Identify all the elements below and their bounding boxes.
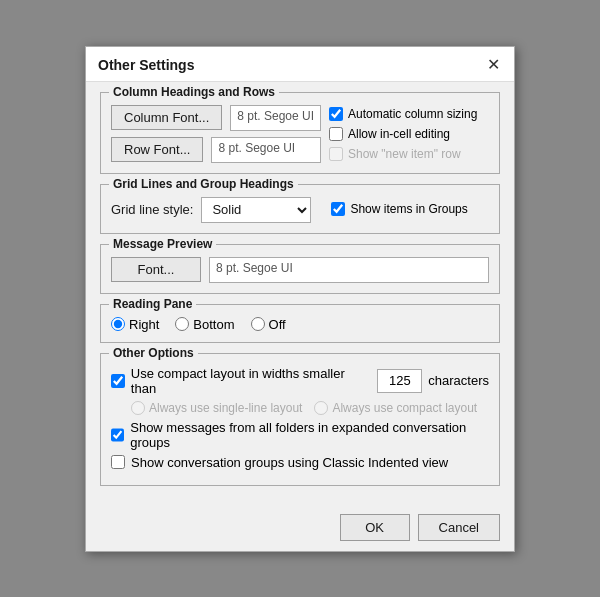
dialog-footer: OK Cancel: [86, 508, 514, 551]
column-headings-label: Column Headings and Rows: [109, 85, 279, 99]
reading-pane-off: Off: [251, 317, 286, 332]
sub-layout-row: Always use single-line layout Always use…: [131, 401, 489, 415]
show-conversation-row: Show conversation groups using Classic I…: [111, 455, 489, 470]
font-buttons-col: Column Font... 8 pt. Segoe UI Row Font..…: [111, 105, 321, 163]
show-messages-row: Show messages from all folders in expand…: [111, 420, 489, 450]
always-compact-radio-item: Always use compact layout: [314, 401, 477, 415]
grid-lines-content: Grid line style: Solid Dashed None Show …: [111, 197, 489, 223]
compact-layout-row: Use compact layout in widths smaller tha…: [111, 366, 489, 396]
always-compact-label: Always use compact layout: [332, 401, 477, 415]
reading-pane-off-label: Off: [269, 317, 286, 332]
preview-font-row: Font... 8 pt. Segoe UI: [111, 257, 489, 283]
other-options-content: Use compact layout in widths smaller tha…: [111, 366, 489, 470]
reading-pane-right-radio[interactable]: [111, 317, 125, 331]
always-single-radio[interactable]: [131, 401, 145, 415]
reading-pane-label: Reading Pane: [109, 297, 196, 311]
column-font-row: Column Font... 8 pt. Segoe UI: [111, 105, 321, 131]
ok-button[interactable]: OK: [340, 514, 410, 541]
message-preview-content: Font... 8 pt. Segoe UI: [111, 257, 489, 283]
grid-line-style-label: Grid line style:: [111, 202, 193, 217]
reading-pane-radio-row: Right Bottom Off: [111, 317, 489, 332]
reading-pane-content: Right Bottom Off: [111, 317, 489, 332]
other-options-section: Other Options Use compact layout in widt…: [100, 353, 500, 486]
show-messages-label: Show messages from all folders in expand…: [130, 420, 489, 450]
compact-layout-label: Use compact layout in widths smaller tha…: [131, 366, 371, 396]
message-preview-label: Message Preview: [109, 237, 216, 251]
column-font-button[interactable]: Column Font...: [111, 105, 222, 130]
compact-layout-checkbox[interactable]: [111, 374, 125, 388]
auto-column-sizing-row: Automatic column sizing: [329, 107, 489, 121]
close-button[interactable]: ✕: [485, 57, 502, 73]
show-items-checkbox[interactable]: [331, 202, 345, 216]
cancel-button[interactable]: Cancel: [418, 514, 500, 541]
reading-pane-bottom-label: Bottom: [193, 317, 234, 332]
row-font-value: 8 pt. Segoe UI: [211, 137, 321, 163]
grid-lines-label: Grid Lines and Group Headings: [109, 177, 298, 191]
show-items-row: Show items in Groups: [331, 202, 467, 216]
show-messages-checkbox[interactable]: [111, 428, 124, 442]
compact-value-input[interactable]: [377, 369, 422, 393]
characters-label: characters: [428, 373, 489, 388]
column-headings-section: Column Headings and Rows Column Font... …: [100, 92, 500, 174]
show-conversation-label: Show conversation groups using Classic I…: [131, 455, 448, 470]
always-compact-radio[interactable]: [314, 401, 328, 415]
auto-column-sizing-label: Automatic column sizing: [348, 107, 477, 121]
reading-pane-right-label: Right: [129, 317, 159, 332]
allow-in-cell-label: Allow in-cell editing: [348, 127, 450, 141]
grid-lines-section: Grid Lines and Group Headings Grid line …: [100, 184, 500, 234]
dialog-body: Column Headings and Rows Column Font... …: [86, 82, 514, 508]
title-bar: Other Settings ✕: [86, 47, 514, 82]
always-single-radio-item: Always use single-line layout: [131, 401, 302, 415]
reading-pane-bottom-radio[interactable]: [175, 317, 189, 331]
dialog-title: Other Settings: [98, 57, 194, 73]
message-preview-section: Message Preview Font... 8 pt. Segoe UI: [100, 244, 500, 294]
checkboxes-col: Automatic column sizing Allow in-cell ed…: [329, 105, 489, 163]
allow-in-cell-checkbox[interactable]: [329, 127, 343, 141]
show-new-item-label: Show "new item" row: [348, 147, 461, 161]
preview-font-button[interactable]: Font...: [111, 257, 201, 282]
other-settings-dialog: Other Settings ✕ Column Headings and Row…: [85, 46, 515, 552]
grid-line-style-select[interactable]: Solid Dashed None: [201, 197, 311, 223]
grid-line-row: Grid line style: Solid Dashed None Show …: [111, 197, 489, 223]
show-new-item-checkbox[interactable]: [329, 147, 343, 161]
show-items-label: Show items in Groups: [350, 202, 467, 216]
row-font-row: Row Font... 8 pt. Segoe UI: [111, 137, 321, 163]
row-font-button[interactable]: Row Font...: [111, 137, 203, 162]
allow-in-cell-row: Allow in-cell editing: [329, 127, 489, 141]
column-two-col: Column Font... 8 pt. Segoe UI Row Font..…: [111, 105, 489, 163]
auto-column-sizing-checkbox[interactable]: [329, 107, 343, 121]
always-single-label: Always use single-line layout: [149, 401, 302, 415]
column-headings-content: Column Font... 8 pt. Segoe UI Row Font..…: [111, 105, 489, 163]
show-new-item-row: Show "new item" row: [329, 147, 489, 161]
show-conversation-checkbox[interactable]: [111, 455, 125, 469]
other-options-label: Other Options: [109, 346, 198, 360]
reading-pane-off-radio[interactable]: [251, 317, 265, 331]
reading-pane-section: Reading Pane Right Bottom Off: [100, 304, 500, 343]
reading-pane-bottom: Bottom: [175, 317, 234, 332]
preview-font-value: 8 pt. Segoe UI: [209, 257, 489, 283]
reading-pane-right: Right: [111, 317, 159, 332]
column-font-value: 8 pt. Segoe UI: [230, 105, 321, 131]
